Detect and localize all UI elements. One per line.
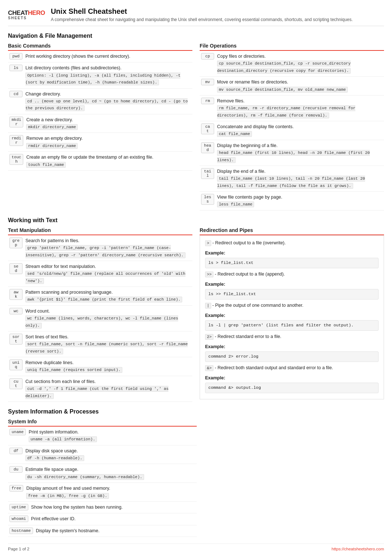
cmd-description: Print effective user ID. xyxy=(31,516,195,522)
logo-cheat: CHEAT xyxy=(8,10,28,16)
page-title: Unix Shell Cheatsheet xyxy=(51,7,353,16)
cmd-key: mv xyxy=(201,79,214,85)
redir-example-label: Example: xyxy=(205,343,379,350)
list-item: mkdirCreate a new directory.mkdir direct… xyxy=(8,114,192,133)
section2-title: Working with Text xyxy=(8,217,384,224)
cmd-description: Pattern scanning and processing language… xyxy=(25,289,191,303)
text-manip-panel: Text Manipulation grepSearch for pattern… xyxy=(8,227,192,402)
redir-example-code: command 2> error.log xyxy=(205,351,379,362)
cmd-key: free xyxy=(9,485,23,492)
cmd-description: Display the end of a file.tail file_name… xyxy=(217,168,383,189)
cmd-key: cd xyxy=(9,91,23,97)
redir-item: | - Pipe the output of one command to an… xyxy=(205,302,379,331)
section1-title: Navigation & File Management xyxy=(8,33,384,39)
cmd-key: head xyxy=(201,142,214,153)
cmd-description: Estimate file space usage.du -sh directo… xyxy=(25,466,195,480)
cmd-key: rmdir xyxy=(9,135,23,146)
cmd-description: View file contents page by page.less fil… xyxy=(217,194,383,208)
file-ops-panel: File Operations cpCopy files or director… xyxy=(200,43,384,211)
cmd-description: Print system information.uname -a (all i… xyxy=(29,429,195,443)
list-item: uptimeShow how long the system has been … xyxy=(8,502,197,513)
cmd-description: Sort lines of text files.sort file_name,… xyxy=(25,334,191,355)
cmd-description: Remove an empty directory.rmdir director… xyxy=(26,135,191,149)
cmd-key: sed xyxy=(9,263,23,274)
section3-grid: System Info unamePrint system informatio… xyxy=(8,419,197,537)
page-subtitle: A comprehensive cheat sheet for navigati… xyxy=(51,17,353,22)
cmd-key: pwd xyxy=(9,53,23,60)
list-item: uniqRemove duplicate lines.uniq file_nam… xyxy=(8,357,192,376)
cmd-description: Display the system's hostname. xyxy=(36,527,195,534)
logo-sheets: SHEETS xyxy=(8,16,27,20)
cmd-description: Move or rename files or directories.mv s… xyxy=(217,79,383,93)
cmd-description: Search for patterns in files.grep 'patte… xyxy=(25,237,191,258)
cmd-description: Remove files.rm file_name, rm -r directo… xyxy=(217,98,383,119)
text-manip-title: Text Manipulation xyxy=(8,227,192,235)
redir-example-code: ls > file_list.txt xyxy=(205,258,379,268)
redir-item: >> - Redirect output to a file (append).… xyxy=(205,270,379,300)
list-item: lsList directory contents (files and sub… xyxy=(8,62,192,88)
sysinfo-title: System Info xyxy=(8,419,197,427)
cmd-key: df xyxy=(9,448,23,454)
list-item: lessView file contents page by page.less… xyxy=(200,192,384,211)
page-header: CHEATHERO SHEETS Unix Shell Cheatsheet A… xyxy=(8,7,384,26)
footer-url[interactable]: https://cheatsheetshero.com xyxy=(332,547,384,551)
list-item: grepSearch for patterns in files.grep 'p… xyxy=(8,235,192,261)
list-item: freeDisplay amount of free and used memo… xyxy=(8,483,197,502)
file-ops-list: cpCopy files or directories.cp source_fi… xyxy=(200,51,384,211)
cmd-description: Concatenate and display file contents.ca… xyxy=(217,123,383,138)
list-item: unamePrint system information.uname -a (… xyxy=(8,427,197,445)
header-text-block: Unix Shell Cheatsheet A comprehensive ch… xyxy=(51,7,353,22)
sysinfo-list: unamePrint system information.uname -a (… xyxy=(8,427,197,537)
text-manip-list: grepSearch for patterns in files.grep 'p… xyxy=(8,235,192,402)
redir-item: > - Redirect output to a file (overwrite… xyxy=(205,239,379,268)
cmd-description: Remove duplicate lines.uniq file_name (r… xyxy=(25,359,191,374)
logo: CHEATHERO SHEETS xyxy=(8,10,45,20)
redir-content: > - Redirect output to a file (overwrite… xyxy=(200,235,384,399)
redir-example-label: Example: xyxy=(205,281,379,288)
cmd-key: mkdir xyxy=(9,117,23,127)
cmd-description: Create an empty file or update the times… xyxy=(26,154,191,168)
redir-panel-container: Redirection and Pipes > - Redirect outpu… xyxy=(200,227,384,402)
cmd-description: Print working directory (shows the curre… xyxy=(25,53,191,60)
cmd-description: Show how long the system has been runnin… xyxy=(31,504,195,511)
basic-commands-panel: Basic Commands pwdPrint working director… xyxy=(8,43,192,211)
section3-title: System Information & Processes xyxy=(8,408,384,415)
basic-commands-title: Basic Commands xyxy=(8,43,192,51)
redir-example-code: ls >> file_list.txt xyxy=(205,289,379,299)
cmd-description: Change directory.cd .. (move up one leve… xyxy=(25,91,191,112)
list-item: rmdirRemove an empty directory.rmdir dir… xyxy=(8,133,192,152)
cmd-key: cat xyxy=(201,123,214,134)
cmd-key: uptime xyxy=(9,504,28,510)
cmd-key: sort xyxy=(9,334,23,345)
cmd-description: Create a new directory.mkdir directory_n… xyxy=(26,117,191,131)
list-item: cdChange directory.cd .. (move up one le… xyxy=(8,89,192,114)
redir-item: &> - Redirect both standard output and s… xyxy=(205,364,379,393)
cmd-key: ls xyxy=(9,65,23,71)
list-item: cutCut sections from each line of files.… xyxy=(8,376,192,402)
list-item: headDisplay the beginning of a file.head… xyxy=(200,140,384,166)
cmd-description: Copy files or directories.cp source_file… xyxy=(217,53,383,74)
list-item: cpCopy files or directories.cp source_fi… xyxy=(200,51,384,77)
cmd-key: uname xyxy=(9,429,26,435)
redir-example-label: Example: xyxy=(205,374,379,382)
file-ops-title: File Operations xyxy=(200,43,384,51)
cmd-key: awk xyxy=(9,289,23,300)
cmd-key: touch xyxy=(9,154,23,165)
redir-description: | - Pipe the output of one command to an… xyxy=(205,302,379,309)
redir-item: 2> - Redirect standard error to a file.E… xyxy=(205,333,379,362)
redir-description: > - Redirect output to a file (overwrite… xyxy=(205,239,379,247)
redir-example-code: command &> output.log xyxy=(205,383,379,393)
redir-example-code: ls -l | grep 'pattern' (list files and f… xyxy=(205,320,379,330)
list-item: duEstimate file space usage.du -sh direc… xyxy=(8,464,197,483)
logo-text: CHEATHERO xyxy=(8,10,45,16)
cmd-description: Display the beginning of a file.head fil… xyxy=(217,142,383,163)
cmd-key: less xyxy=(201,194,214,205)
cmd-key: grep xyxy=(9,237,23,248)
logo-hero: HERO xyxy=(28,10,45,16)
redir-description: >> - Redirect output to a file (append). xyxy=(205,270,379,278)
cmd-key: wc xyxy=(9,308,23,314)
cmd-key: du xyxy=(9,466,23,473)
basic-commands-list: pwdPrint working directory (shows the cu… xyxy=(8,51,192,171)
cmd-description: Cut sections from each line of files.cut… xyxy=(25,378,191,399)
redir-title: Redirection and Pipes xyxy=(200,227,384,235)
